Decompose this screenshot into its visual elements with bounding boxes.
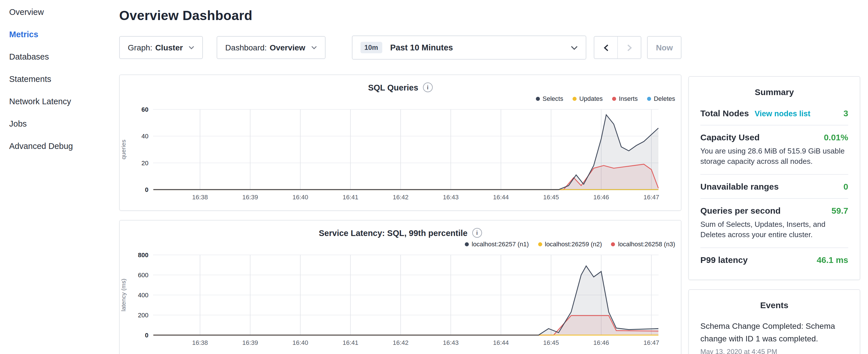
graph-value: Cluster: [155, 43, 183, 52]
event-timestamp: May 13, 2020 at 4:45 PM: [700, 348, 848, 354]
service-latency-panel: Service Latency: SQL, 99th percentile i …: [119, 220, 681, 354]
summary-panel: Summary Total Nodes View nodes list 3 Ca…: [688, 76, 860, 280]
svg-text:16:42: 16:42: [393, 194, 408, 201]
time-range-value: Past 10 Minutes: [390, 43, 453, 52]
info-icon[interactable]: i: [472, 228, 482, 238]
svg-text:16:43: 16:43: [443, 194, 459, 201]
qps-description: Sum of Selects, Updates, Inserts, and De…: [700, 219, 848, 240]
legend-dot-icon: [538, 242, 542, 246]
capacity-used-label: Capacity Used: [700, 132, 760, 142]
legend-dot-icon: [647, 97, 651, 100]
svg-text:600: 600: [138, 271, 149, 279]
p99-latency-label: P99 latency: [700, 255, 748, 265]
capacity-used-description: You are using 28.6 MiB of 515.9 GiB usab…: [700, 146, 848, 167]
qps-label: Queries per second: [700, 206, 781, 215]
svg-text:queries: queries: [120, 140, 127, 160]
unavailable-ranges-value: 0: [843, 182, 848, 191]
sidebar-item-databases[interactable]: Databases: [0, 46, 112, 68]
svg-text:16:40: 16:40: [292, 194, 308, 201]
svg-text:latency (ms): latency (ms): [120, 279, 127, 311]
sidebar: Overview Metrics Databases Statements Ne…: [0, 0, 112, 158]
svg-text:16:47: 16:47: [643, 194, 659, 201]
legend-dot-icon: [572, 97, 576, 100]
svg-text:20: 20: [142, 160, 149, 167]
legend-item[interactable]: localhost:26257 (n1): [465, 240, 529, 248]
svg-text:800: 800: [138, 252, 149, 259]
svg-text:16:45: 16:45: [543, 339, 559, 346]
next-time-button[interactable]: [618, 37, 641, 58]
legend-item[interactable]: localhost:26259 (n2): [538, 240, 602, 248]
svg-text:16:47: 16:47: [643, 339, 659, 346]
qps-value: 59.7: [832, 206, 848, 215]
chevron-right-icon: [627, 44, 632, 51]
info-icon[interactable]: i: [423, 83, 433, 92]
svg-text:0: 0: [145, 186, 149, 193]
sidebar-item-jobs[interactable]: Jobs: [0, 113, 112, 135]
events-title: Events: [700, 298, 848, 315]
svg-text:16:41: 16:41: [342, 339, 358, 346]
main-content: Overview Dashboard Graph: Cluster Dashbo…: [112, 0, 688, 354]
sidebar-item-advanced-debug[interactable]: Advanced Debug: [0, 135, 112, 158]
time-range-selector[interactable]: 10m Past 10 Minutes: [351, 35, 586, 60]
unavailable-ranges-label: Unavailable ranges: [700, 182, 779, 191]
svg-text:16:44: 16:44: [493, 194, 509, 201]
view-nodes-list-link[interactable]: View nodes list: [754, 109, 810, 118]
svg-text:400: 400: [138, 292, 149, 299]
svg-text:16:38: 16:38: [192, 194, 208, 201]
right-sidebar: Summary Total Nodes View nodes list 3 Ca…: [688, 76, 860, 354]
summary-title: Summary: [700, 85, 848, 101]
summary-row-total-nodes: Total Nodes View nodes list 3: [700, 101, 848, 125]
legend-item[interactable]: Inserts: [612, 95, 638, 102]
time-pager: [594, 36, 642, 59]
chevron-down-icon: [189, 46, 194, 49]
svg-text:200: 200: [138, 312, 149, 319]
sidebar-item-overview[interactable]: Overview: [0, 1, 112, 24]
chart-legend: localhost:26257 (n1)localhost:26259 (n2)…: [120, 238, 681, 249]
svg-text:0: 0: [145, 332, 149, 339]
chevron-down-icon: [311, 46, 317, 49]
legend-item[interactable]: Selects: [535, 95, 563, 102]
p99-latency-value: 46.1 ms: [817, 255, 848, 265]
sidebar-item-statements[interactable]: Statements: [0, 68, 112, 91]
chevron-left-icon: [603, 44, 609, 51]
controls-bar: Graph: Cluster Dashboard: Overview 10m P…: [119, 36, 681, 59]
graph-selector[interactable]: Graph: Cluster: [119, 36, 203, 59]
svg-text:40: 40: [142, 133, 149, 140]
summary-row-p99: P99 latency 46.1 ms: [700, 248, 848, 271]
total-nodes-label: Total Nodes: [700, 108, 749, 118]
sql-queries-chart: 16:3816:3916:4016:4116:4216:4316:4416:45…: [120, 104, 681, 210]
svg-text:60: 60: [142, 106, 149, 113]
svg-text:16:39: 16:39: [242, 194, 258, 201]
chart-title: SQL Queries: [368, 83, 418, 92]
time-range-badge: 10m: [360, 42, 382, 53]
dashboard-value: Overview: [270, 43, 306, 52]
capacity-used-value: 0.01%: [824, 132, 848, 142]
event-item[interactable]: Schema Change Completed: Schema change w…: [700, 320, 848, 354]
summary-row-capacity: Capacity Used 0.01% You are using 28.6 M…: [700, 125, 848, 175]
summary-row-unavailable-ranges: Unavailable ranges 0: [700, 175, 848, 199]
svg-text:16:41: 16:41: [342, 194, 358, 201]
page-title: Overview Dashboard: [119, 8, 681, 24]
app-root: Overview Metrics Databases Statements Ne…: [0, 0, 868, 354]
prev-time-button[interactable]: [595, 37, 618, 58]
sidebar-item-network-latency[interactable]: Network Latency: [0, 91, 112, 113]
event-message: Schema Change Completed: Schema change w…: [700, 320, 848, 345]
legend-item[interactable]: Deletes: [647, 95, 675, 102]
sidebar-item-metrics[interactable]: Metrics: [0, 24, 112, 46]
legend-item[interactable]: localhost:26258 (n3): [611, 240, 675, 248]
total-nodes-value: 3: [843, 108, 848, 118]
legend-item[interactable]: Updates: [572, 95, 602, 102]
graph-label: Graph:: [128, 43, 152, 52]
dashboard-selector[interactable]: Dashboard: Overview: [217, 36, 325, 59]
chart-legend: SelectsUpdatesInsertsDeletes: [120, 92, 681, 104]
svg-text:16:45: 16:45: [543, 194, 559, 201]
svg-text:16:38: 16:38: [192, 339, 208, 346]
now-button[interactable]: Now: [647, 36, 681, 59]
summary-row-qps: Queries per second 59.7 Sum of Selects, …: [700, 199, 848, 248]
dashboard-label: Dashboard:: [225, 43, 267, 52]
svg-text:16:39: 16:39: [242, 339, 258, 346]
sql-queries-panel: SQL Queries i SelectsUpdatesInsertsDelet…: [119, 74, 681, 211]
svg-text:16:46: 16:46: [593, 194, 609, 201]
legend-dot-icon: [465, 242, 469, 246]
chevron-down-icon: [571, 45, 578, 50]
